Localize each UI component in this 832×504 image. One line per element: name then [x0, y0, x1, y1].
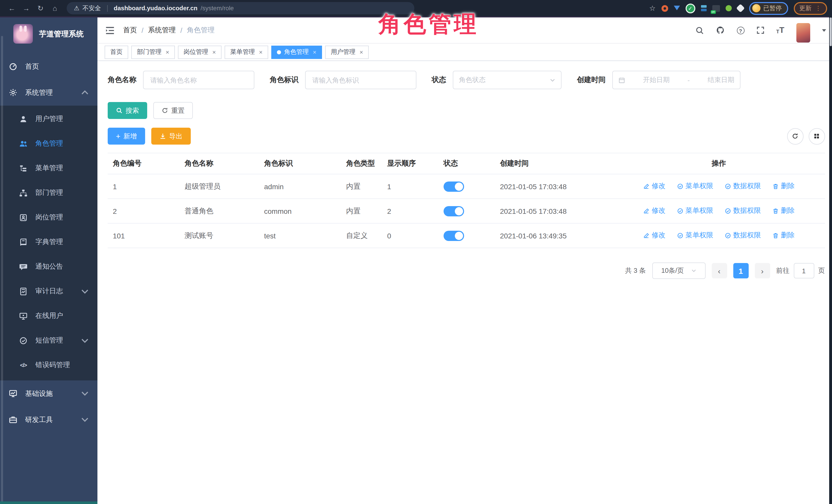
export-button[interactable]: 导出 [151, 128, 191, 144]
back-icon[interactable]: ← [5, 0, 19, 17]
close-icon[interactable]: × [259, 49, 263, 56]
reload-icon[interactable]: ↻ [34, 0, 47, 17]
refresh-table-button[interactable] [787, 128, 803, 144]
font-size-icon[interactable]: TT [776, 26, 784, 34]
page-1-button[interactable]: 1 [733, 263, 748, 278]
home-icon[interactable]: ⌂ [48, 0, 61, 17]
sidebar-item-devtools[interactable]: 研发工具 [0, 406, 98, 433]
sidebar-item-infrastructure[interactable]: 基础设施 [0, 380, 98, 406]
app-shell: 芋道管理系统 首页 系统管理 用户管理 [0, 18, 832, 504]
sidebar-item-label: 岗位管理 [35, 213, 63, 222]
sidebar-item-online-users[interactable]: 在线用户 [0, 303, 98, 328]
breadcrumb-system[interactable]: 系统管理 [148, 26, 176, 35]
help-icon[interactable]: ? [737, 26, 744, 34]
github-icon[interactable] [716, 26, 725, 35]
prev-page-button[interactable]: ‹ [711, 263, 727, 278]
extension-drop-icon[interactable] [674, 6, 680, 13]
tab-role[interactable]: 角色管理 × [271, 45, 322, 59]
close-icon[interactable]: × [166, 49, 169, 56]
address-bar[interactable]: ⚠ 不安全 dashboard.yudao.iocoder.cn/system/… [67, 2, 414, 15]
edit-link[interactable]: 修改 [643, 182, 666, 191]
sidebar-item-role-mgmt[interactable]: 角色管理 [0, 131, 98, 156]
extension-duo-icon[interactable] [701, 5, 706, 11]
extension-switch-icon[interactable]: on [712, 5, 720, 11]
dictionary-icon [19, 238, 28, 246]
circle-check-icon [677, 232, 683, 239]
profile-paused-badge[interactable]: 已暂停 [749, 2, 788, 15]
extension-ring-icon[interactable] [661, 5, 668, 11]
sidebar-item-sms-mgmt[interactable]: 短信管理 [0, 328, 98, 353]
menu-permission-link[interactable]: 菜单权限 [677, 182, 713, 191]
trash-icon [772, 183, 779, 190]
sidebar-item-dict-mgmt[interactable]: 字典管理 [0, 230, 98, 254]
chevron-down-icon [691, 268, 696, 273]
sidebar-item-errcode-mgmt[interactable]: </> 错误码管理 [0, 353, 98, 377]
reset-button[interactable]: 重置 [153, 102, 193, 119]
data-permission-link[interactable]: 数据权限 [724, 182, 761, 191]
status-toggle[interactable] [444, 206, 464, 216]
status-select[interactable]: 角色状态 [453, 71, 562, 89]
extension-check-icon[interactable]: ✓ [685, 3, 695, 13]
tab-home[interactable]: 首页 [105, 45, 128, 59]
gauge-icon [9, 62, 18, 71]
sidebar-item-home[interactable]: 首页 [0, 53, 98, 79]
browser-update-button[interactable]: 更新 ⋮ [794, 2, 827, 15]
search-button[interactable]: 搜索 [108, 102, 147, 119]
extension-sprout-icon[interactable] [725, 5, 731, 11]
page-scrollbar[interactable] [829, 17, 832, 504]
hamburger-icon[interactable] [105, 25, 115, 35]
add-button[interactable]: + 新增 [108, 128, 145, 144]
sidebar-item-notice-mgmt[interactable]: 通知公告 [0, 254, 98, 279]
scrollbar-thumb[interactable] [829, 18, 831, 46]
sidebar-item-post-mgmt[interactable]: 岗位管理 [0, 205, 98, 230]
app-logo-row[interactable]: 芋道管理系统 [0, 18, 98, 50]
sidebar-item-menu-mgmt[interactable]: 菜单管理 [0, 156, 98, 181]
close-icon[interactable]: × [212, 49, 216, 56]
tab-menu[interactable]: 菜单管理 × [225, 45, 268, 59]
filter-create-time: 创建时间 开始日期 - 结束日期 [577, 71, 740, 89]
sidebar-item-audit-log[interactable]: 审计日志 [0, 279, 98, 303]
cell-role-id: 2 [108, 199, 180, 223]
forward-icon[interactable]: → [20, 0, 33, 17]
date-range-picker[interactable]: 开始日期 - 结束日期 [612, 71, 740, 89]
menu-permission-link[interactable]: 菜单权限 [677, 231, 713, 240]
delete-link[interactable]: 删除 [772, 182, 795, 191]
status-toggle[interactable] [444, 231, 464, 241]
user-avatar[interactable] [796, 23, 810, 43]
data-permission-link[interactable]: 数据权限 [724, 206, 761, 216]
sidebar-item-system[interactable]: 系统管理 [0, 79, 98, 106]
column-settings-button[interactable] [808, 128, 825, 144]
browser-menu-icon[interactable]: ⋮ [815, 5, 821, 12]
sidebar-item-dept-mgmt[interactable]: 部门管理 [0, 181, 98, 205]
tab-post[interactable]: 岗位管理 × [178, 45, 222, 59]
next-page-button[interactable]: › [755, 263, 770, 278]
sidebar-item-user-mgmt[interactable]: 用户管理 [0, 107, 98, 131]
delete-link[interactable]: 删除 [772, 206, 795, 216]
role-key-label: 角色标识 [270, 75, 298, 85]
tab-user[interactable]: 用户管理 × [325, 45, 369, 59]
cell-role-type: 内置 [341, 199, 382, 223]
filter-role-name: 角色名称 [108, 71, 254, 89]
bookmark-star-icon[interactable]: ☆ [649, 4, 656, 12]
breadcrumb-home[interactable]: 首页 [123, 26, 137, 35]
data-permission-link[interactable]: 数据权限 [724, 231, 761, 240]
sidebar-item-label: 首页 [25, 62, 39, 71]
tab-dept[interactable]: 部门管理 × [131, 45, 175, 59]
status-toggle[interactable] [444, 181, 464, 191]
close-icon[interactable]: × [360, 49, 363, 56]
roles-table: 角色编号 角色名称 角色标识 角色类型 显示顺序 状态 创建时间 操作 1 [108, 153, 825, 248]
caret-down-icon[interactable] [822, 29, 826, 33]
page-size-select[interactable]: 10条/页 [652, 263, 705, 279]
goto-page-input[interactable] [794, 263, 814, 278]
role-key-input[interactable] [305, 71, 416, 89]
fullscreen-icon[interactable] [756, 26, 764, 34]
edit-link[interactable]: 修改 [643, 231, 666, 240]
close-icon[interactable]: × [313, 49, 316, 56]
delete-link[interactable]: 删除 [772, 231, 795, 240]
menu-permission-link[interactable]: 菜单权限 [677, 206, 713, 216]
sidebar-scrollbar[interactable] [1, 36, 3, 503]
search-icon[interactable] [695, 26, 704, 35]
edit-link[interactable]: 修改 [643, 206, 666, 216]
extension-puzzle-icon[interactable] [736, 4, 745, 12]
role-name-input[interactable] [143, 71, 254, 89]
